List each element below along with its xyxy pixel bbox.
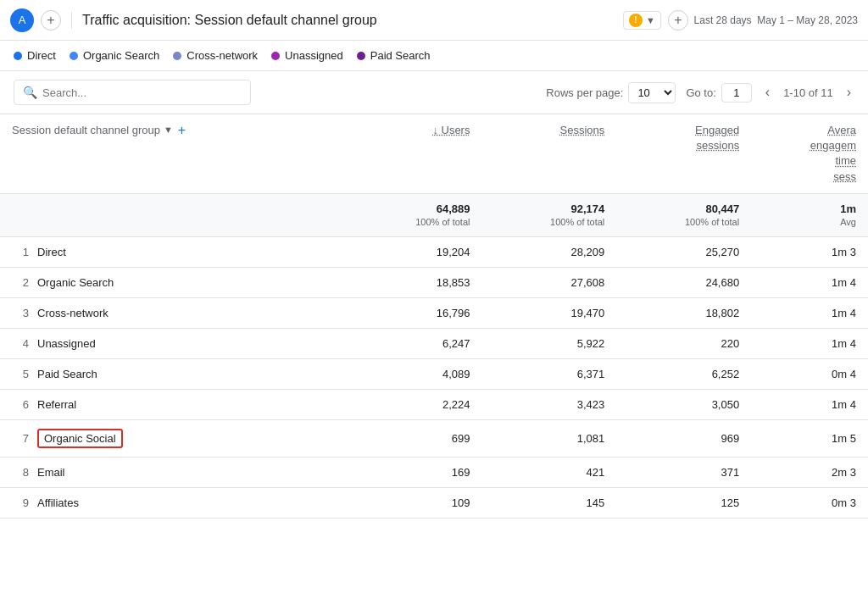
toolbar: 🔍 Rows per page: 102550100 Go to: ‹ 1-10…	[0, 71, 868, 114]
row-avg: 0m 3	[751, 487, 868, 518]
row-sessions: 3,423	[481, 389, 616, 419]
row-users: 699	[348, 419, 482, 457]
row-sessions: 421	[481, 457, 616, 487]
table-row: 3 Cross-network 16,796 19,470 18,802 1m …	[0, 297, 868, 328]
table-row: 5 Paid Search 4,089 6,371 6,252 0m 4	[0, 358, 868, 389]
add-column-button[interactable]: +	[178, 123, 186, 138]
pagination-info: 1-10 of 11	[783, 86, 833, 99]
row-engaged-sessions: 6,252	[616, 358, 751, 389]
row-sessions: 27,608	[481, 267, 616, 297]
row-name-label: Email	[37, 466, 65, 479]
row-name-label: Direct	[37, 246, 66, 258]
table-container: Session default channel group ▼ + ↓ User…	[0, 114, 868, 518]
prev-page-button[interactable]: ‹	[762, 83, 773, 102]
search-icon: 🔍	[23, 86, 37, 99]
legend-dot	[70, 52, 78, 60]
row-avg: 1m 4	[751, 297, 868, 328]
totals-name-cell	[0, 193, 348, 236]
row-users: 169	[348, 457, 482, 487]
row-users: 18,853	[348, 267, 482, 297]
row-avg: 1m 4	[751, 328, 868, 358]
row-name-label: Paid Search	[37, 368, 97, 380]
row-users: 4,089	[348, 358, 482, 389]
table-row: 2 Organic Search 18,853 27,608 24,680 1m…	[0, 267, 868, 297]
row-engaged-sessions: 24,680	[616, 267, 751, 297]
row-name-cell: 4 Unassigned	[0, 328, 348, 358]
row-index: 5	[12, 368, 29, 380]
col-header-sessions[interactable]: Sessions	[481, 114, 616, 193]
col-header-avg-engagement[interactable]: Averaengagemtimesess	[751, 114, 868, 193]
totals-avg: 1m Avg	[751, 193, 868, 236]
top-bar: A + Traffic acquisition: Session default…	[0, 0, 868, 41]
row-index: 1	[12, 246, 29, 258]
row-engaged-sessions: 18,802	[616, 297, 751, 328]
col-header-engaged-sessions[interactable]: Engagedsessions	[616, 114, 751, 193]
legend-item: Paid Search	[357, 49, 431, 62]
row-name-cell: 8 Email	[0, 457, 348, 487]
totals-sessions: 92,174 100% of total	[481, 193, 616, 236]
row-name-cell: 3 Cross-network	[0, 297, 348, 328]
next-page-button[interactable]: ›	[843, 83, 854, 102]
filter-dropdown-icon[interactable]: ▼	[164, 124, 173, 136]
rows-per-page-label: Rows per page:	[546, 86, 623, 99]
search-input[interactable]	[42, 86, 242, 99]
rows-per-page-select[interactable]: 102550100	[628, 82, 676, 103]
row-avg: 1m 5	[751, 419, 868, 457]
table-row: 7 Organic Social 699 1,081 969 1m 5	[0, 419, 868, 457]
row-name-cell: 2 Organic Search	[0, 267, 348, 297]
row-name-label: Cross-network	[37, 307, 108, 319]
row-index: 3	[12, 307, 29, 319]
table-row: 1 Direct 19,204 28,209 25,270 1m 3	[0, 236, 868, 267]
warning-badge[interactable]: ! ▼	[623, 11, 661, 30]
goto-input[interactable]	[721, 83, 752, 103]
legend-label: Direct	[27, 49, 56, 62]
legend: Direct Organic Search Cross-network Unas…	[0, 41, 868, 71]
col-header-users[interactable]: ↓ Users	[348, 114, 482, 193]
legend-label: Organic Search	[83, 49, 159, 62]
table-header-row: Session default channel group ▼ + ↓ User…	[0, 114, 868, 193]
legend-item: Cross-network	[173, 49, 258, 62]
add-tab-button[interactable]: +	[41, 10, 61, 30]
row-index: 6	[12, 398, 29, 411]
row-sessions: 28,209	[481, 236, 616, 267]
legend-item: Organic Search	[70, 49, 159, 62]
row-index: 2	[12, 276, 29, 289]
row-name-cell: 1 Direct	[0, 236, 348, 267]
row-users: 16,796	[348, 297, 482, 328]
row-sessions: 1,081	[481, 419, 616, 457]
row-avg: 1m 4	[751, 389, 868, 419]
row-sessions: 6,371	[481, 358, 616, 389]
col-header-name: Session default channel group ▼ +	[0, 114, 348, 193]
row-sessions: 5,922	[481, 328, 616, 358]
row-avg: 2m 3	[751, 457, 868, 487]
row-engaged-sessions: 3,050	[616, 389, 751, 419]
data-table: Session default channel group ▼ + ↓ User…	[0, 114, 868, 518]
toolbar-right: Rows per page: 102550100 Go to: ‹ 1-10 o…	[546, 82, 854, 103]
row-engaged-sessions: 25,270	[616, 236, 751, 267]
row-sessions: 19,470	[481, 297, 616, 328]
row-engaged-sessions: 371	[616, 457, 751, 487]
page-title: Traffic acquisition: Session default cha…	[82, 13, 616, 28]
row-avg: 1m 4	[751, 267, 868, 297]
dropdown-icon: ▼	[646, 15, 655, 25]
table-row: 9 Affiliates 109 145 125 0m 3	[0, 487, 868, 518]
totals-users: 64,889 100% of total	[348, 193, 482, 236]
row-index: 8	[12, 466, 29, 479]
legend-dot	[271, 52, 280, 60]
legend-item: Direct	[14, 49, 56, 62]
table-row: 4 Unassigned 6,247 5,922 220 1m 4	[0, 328, 868, 358]
goto-field: Go to:	[686, 83, 751, 103]
row-name-cell: 5 Paid Search	[0, 358, 348, 389]
row-users: 109	[348, 487, 482, 518]
legend-label: Cross-network	[186, 49, 258, 62]
totals-engaged: 80,447 100% of total	[616, 193, 751, 236]
divider	[71, 12, 72, 29]
table-row: 6 Referral 2,224 3,423 3,050 1m 4	[0, 389, 868, 419]
row-engaged-sessions: 220	[616, 328, 751, 358]
row-name-cell: 6 Referral	[0, 389, 348, 419]
legend-dot	[173, 52, 181, 60]
row-users: 19,204	[348, 236, 482, 267]
row-index: 7	[12, 432, 29, 445]
search-box[interactable]: 🔍	[14, 80, 251, 105]
add-button-2[interactable]: +	[668, 10, 688, 30]
